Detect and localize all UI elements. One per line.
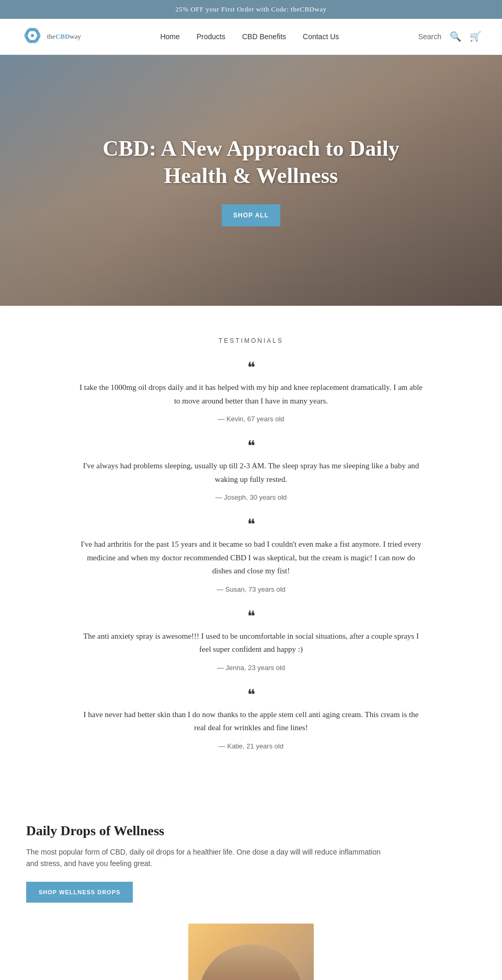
- svg-point-3: [31, 34, 34, 37]
- search-button[interactable]: 🔍: [450, 31, 461, 42]
- testimonial-3: ❝ I've had arthritis for the past 15 yea…: [42, 517, 460, 593]
- nav-cbd-benefits[interactable]: CBD Benefits: [242, 32, 286, 41]
- testimonials-section: TESTIMONIALS ❝ I take the 1000mg oil dro…: [0, 306, 502, 797]
- testimonial-author-2: — Joseph, 30 years old: [42, 493, 460, 501]
- testimonial-text-4: The anti anxiety spray is awesome!!! I u…: [78, 630, 424, 656]
- testimonial-text-2: I've always had problems sleeping, usual…: [78, 459, 424, 486]
- product-image: [188, 924, 314, 980]
- logo-icon: [21, 25, 44, 48]
- wellness-section: Daily Drops of Wellness The most popular…: [0, 797, 502, 981]
- main-nav: Home Products CBD Benefits Contact Us: [160, 32, 339, 41]
- quote-icon-5: ❝: [42, 687, 460, 702]
- product-image-area: [26, 924, 476, 980]
- quote-icon-1: ❝: [42, 360, 460, 375]
- hero-section: CBD: A New Approach to Daily Health & We…: [0, 55, 502, 306]
- testimonial-text-5: I have never had better skin than I do n…: [78, 708, 424, 735]
- cart-button[interactable]: 🛒: [470, 31, 481, 42]
- testimonial-author-4: — Jenna, 23 years old: [42, 664, 460, 672]
- quote-icon-4: ❝: [42, 609, 460, 624]
- announcement-text: 25% OFF your First Order with Code: theC…: [175, 5, 326, 13]
- shop-all-button[interactable]: SHOP ALL: [222, 204, 280, 226]
- announcement-bar: 25% OFF your First Order with Code: theC…: [0, 0, 502, 19]
- header-right: Search 🔍 🛒: [418, 31, 481, 42]
- shop-wellness-button[interactable]: SHOP WELLNESS DROPS: [26, 882, 133, 903]
- person-silhouette: [199, 944, 303, 980]
- search-icon: 🔍: [450, 31, 461, 42]
- testimonial-author-1: — Kevin, 67 years old: [42, 415, 460, 423]
- nav-products[interactable]: Products: [197, 32, 225, 41]
- header: theCBDway Home Products CBD Benefits Con…: [0, 19, 502, 55]
- testimonials-label: TESTIMONIALS: [42, 337, 460, 344]
- logo-text: theCBDway: [47, 32, 81, 41]
- hero-title: CBD: A New Approach to Daily Health & We…: [78, 135, 424, 190]
- testimonial-5: ❝ I have never had better skin than I do…: [42, 687, 460, 750]
- testimonial-4: ❝ The anti anxiety spray is awesome!!! I…: [42, 609, 460, 672]
- nav-home[interactable]: Home: [160, 32, 179, 41]
- testimonial-2: ❝ I've always had problems sleeping, usu…: [42, 439, 460, 501]
- wellness-title: Daily Drops of Wellness: [26, 823, 476, 839]
- search-label: Search: [418, 32, 441, 41]
- testimonial-author-5: — Katie, 21 years old: [42, 742, 460, 750]
- wellness-description: The most popular form of CBD, daily oil …: [26, 846, 382, 870]
- testimonial-1: ❝ I take the 1000mg oil drops daily and …: [42, 360, 460, 423]
- testimonial-text-3: I've had arthritis for the past 15 years…: [78, 538, 424, 578]
- cart-icon: 🛒: [470, 31, 481, 42]
- quote-icon-3: ❝: [42, 517, 460, 532]
- quote-icon-2: ❝: [42, 439, 460, 453]
- nav-contact-us[interactable]: Contact Us: [303, 32, 339, 41]
- testimonial-author-3: — Susan, 73 years old: [42, 585, 460, 593]
- logo[interactable]: theCBDway: [21, 25, 81, 48]
- hero-content: CBD: A New Approach to Daily Health & We…: [78, 135, 424, 226]
- testimonial-text-1: I take the 1000mg oil drops daily and it…: [78, 381, 424, 408]
